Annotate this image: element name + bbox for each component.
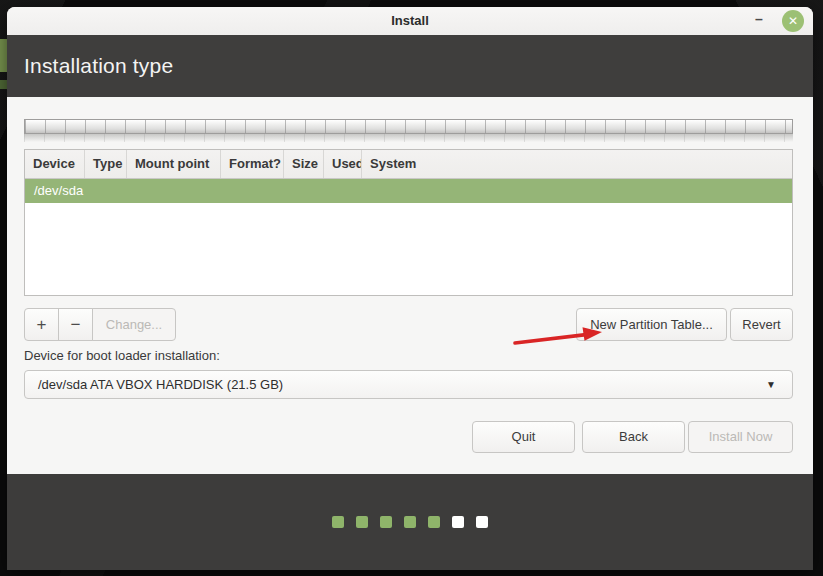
column-header-mount-point[interactable]: Mount point — [127, 150, 221, 178]
page-footer — [7, 474, 813, 570]
partition-toolbar: + − Change... — [24, 308, 176, 341]
column-header-size[interactable]: Size — [284, 150, 324, 178]
back-button[interactable]: Back — [582, 421, 685, 453]
progress-step-todo — [476, 516, 488, 528]
add-partition-button[interactable]: + — [24, 308, 59, 341]
revert-button[interactable]: Revert — [730, 308, 793, 341]
close-button[interactable]: ✕ — [782, 10, 804, 32]
chevron-down-icon: ▼ — [766, 371, 776, 398]
wallpaper-sliver-dark — [0, 80, 7, 89]
column-header-used[interactable]: Used — [324, 150, 362, 178]
remove-partition-button[interactable]: − — [58, 308, 93, 341]
bootloader-label: Device for boot loader installation: — [24, 348, 220, 363]
partition-table[interactable]: DeviceTypeMount pointFormat?SizeUsedSyst… — [24, 149, 793, 296]
installer-window: Install – ✕ Installation type DeviceType… — [7, 7, 813, 570]
plus-icon: + — [37, 315, 47, 334]
column-header-device[interactable]: Device — [25, 150, 85, 178]
progress-step-done — [404, 516, 416, 528]
wallpaper-sliver — [0, 39, 7, 72]
progress-step-done — [428, 516, 440, 528]
table-header-row: DeviceTypeMount pointFormat?SizeUsedSyst… — [25, 150, 792, 179]
titlebar[interactable]: Install – ✕ — [7, 7, 813, 36]
minus-icon: − — [71, 315, 81, 334]
window-title: Install — [7, 7, 813, 35]
progress-step-done — [332, 516, 344, 528]
progress-step-done — [356, 516, 368, 528]
content-area: DeviceTypeMount pointFormat?SizeUsedSyst… — [7, 97, 813, 474]
column-header-system[interactable]: System — [362, 150, 792, 178]
column-header-type[interactable]: Type — [85, 150, 127, 178]
table-row[interactable]: /dev/sda — [25, 179, 792, 203]
progress-step-todo — [452, 516, 464, 528]
page-title: Installation type — [24, 35, 173, 97]
progress-dots — [7, 516, 813, 528]
close-icon: ✕ — [788, 14, 798, 28]
minimize-button[interactable]: – — [749, 7, 769, 35]
change-button[interactable]: Change... — [92, 308, 176, 341]
bootloader-selected-value: /dev/sda ATA VBOX HARDDISK (21.5 GB) — [38, 377, 283, 392]
partition-size-bar — [24, 119, 793, 134]
column-header-format[interactable]: Format? — [221, 150, 284, 178]
bootloader-device-dropdown[interactable]: /dev/sda ATA VBOX HARDDISK (21.5 GB) ▼ — [24, 370, 793, 399]
progress-step-done — [380, 516, 392, 528]
annotation-arrow — [502, 325, 614, 351]
quit-button[interactable]: Quit — [472, 421, 575, 453]
page-header: Installation type — [7, 35, 813, 97]
partition-size-bar-reflection — [24, 134, 793, 142]
install-now-button[interactable]: Install Now — [688, 421, 793, 453]
